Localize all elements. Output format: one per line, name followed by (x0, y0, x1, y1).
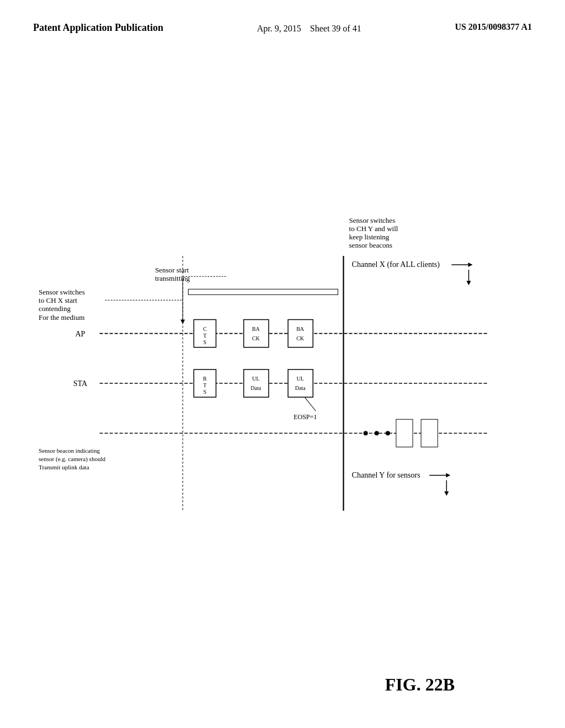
sensor-beacon-label-2: sensor (e.g. camera) should (39, 456, 105, 463)
back1-label-ck: CK (252, 335, 260, 341)
ap-label: AP (75, 329, 85, 338)
ul-data1-block (244, 370, 269, 397)
annotation-sensor-switches-chx-4: For the medium (39, 313, 84, 322)
ul-data1-label-ul: UL (252, 376, 259, 382)
annotation-sensor-switches-chy-4: sensor beacons (349, 241, 393, 249)
annotation-sensor-switches-chx-2: to CH X start (39, 296, 77, 304)
sensor-block-2 (421, 419, 438, 447)
patent-number: US 2015/0098377 A1 (455, 22, 532, 32)
ul-data1-label-data: Data (250, 385, 261, 391)
channel-x-label: Channel X (for ALL clients) (352, 260, 440, 269)
back2-label-ck: CK (296, 335, 305, 341)
sheet-info: Sheet 39 of 41 (310, 24, 361, 33)
rts-label-t: T (203, 382, 206, 388)
annotation-sensor-start: Sensor start (155, 266, 189, 274)
arrow-sensor-start-head (180, 320, 185, 324)
annotation-sensor-switches-chx-3: contending (39, 304, 71, 313)
annotation-sensor-start-2: transmitting (155, 274, 190, 282)
annotation-sensor-switches-chx: Sensor switches (39, 288, 85, 296)
publication-title: Patent Application Publication (33, 22, 163, 34)
ul-data2-block (288, 370, 313, 397)
eosp-line (305, 397, 316, 411)
sensor-dot-1 (364, 431, 368, 435)
channel-y-arrow-head (446, 473, 450, 478)
sensor-dot-2 (375, 431, 379, 435)
channel-x-down-arrow-head (466, 281, 471, 285)
diagram-area: Sensor switches to CH X start contending… (33, 88, 532, 673)
channel-y-label: Channel Y for sensors (352, 470, 420, 479)
sensor-beacon-label-3: Transmit uplink data (39, 464, 89, 470)
annotation-sensor-switches-chy-3: keep listening (349, 233, 390, 241)
cts-label-c: C (203, 326, 207, 332)
back2-block (288, 320, 313, 347)
rts-label-s: S (204, 389, 207, 395)
sensor-dot-3 (386, 431, 390, 435)
page-header: Patent Application Publication Apr. 9, 2… (0, 22, 565, 35)
channel-x-arrow-head (468, 263, 472, 267)
back2-label-ba: BA (296, 326, 305, 332)
back1-label-ba: BA (252, 326, 260, 332)
channel-x-bracket (188, 289, 338, 295)
ul-data2-label-ul: UL (296, 376, 303, 382)
channel-y-down-arrow-head (444, 491, 449, 496)
annotation-sensor-switches-chy-2: to CH Y and will (349, 224, 398, 233)
diagram-svg: Sensor switches to CH X start contending… (33, 88, 532, 673)
header-center: Apr. 9, 2015 Sheet 39 of 41 (257, 22, 361, 35)
sta-label: STA (73, 379, 88, 388)
cts-label-t: T (203, 333, 206, 339)
sensor-beacon-label-1: Sensor beacon indicating (39, 447, 100, 454)
sensor-block-1 (396, 419, 413, 447)
ul-data2-label-data: Data (295, 385, 306, 391)
eosp-label: EOSP=1 (294, 413, 317, 421)
back1-block (244, 320, 269, 347)
publication-date: Apr. 9, 2015 (257, 24, 301, 33)
rts-label-r: R (203, 376, 207, 382)
cts-label-s: S (204, 339, 207, 345)
figure-label: FIG. 22B (385, 675, 455, 695)
annotation-sensor-switches-chy: Sensor switches (349, 216, 396, 224)
